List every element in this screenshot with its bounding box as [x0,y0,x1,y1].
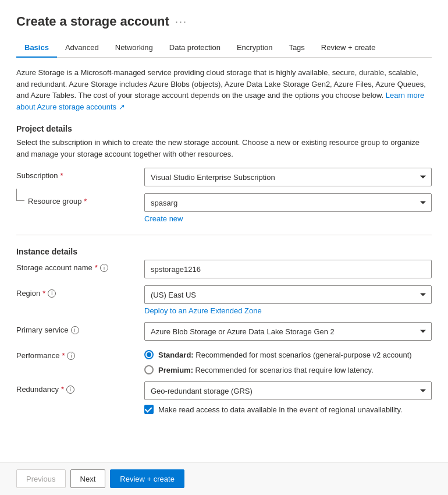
tab-tags[interactable]: Tags [280,38,312,58]
resource-group-select[interactable]: spasarg [144,193,432,212]
primary-service-select[interactable]: Azure Blob Storage or Azure Data Lake St… [144,322,432,341]
subscription-label: Subscription * [16,168,144,180]
performance-premium-label: Premium: Recommended for scenarios that … [158,366,374,374]
region-required: * [42,289,45,298]
region-label: Region * i [16,285,144,298]
storage-account-name-row: Storage account name * i [16,260,432,278]
redundancy-info-icon[interactable]: i [66,386,74,394]
primary-service-row: Primary service i Azure Blob Storage or … [16,322,432,341]
region-control: (US) East US Deploy to an Azure Extended… [144,285,432,315]
storage-account-name-label: Storage account name * i [16,260,144,272]
subscription-required: * [61,171,63,180]
instance-details-title: Instance details [16,247,432,256]
deploy-extended-zone-link[interactable]: Deploy to an Azure Extended Zone [144,306,262,315]
subscription-control: Visual Studio Enterprise Subscription [144,168,432,186]
bottom-bar: Previous Next Review + create [0,462,448,495]
primary-service-control: Azure Blob Storage or Azure Data Lake St… [144,322,432,341]
previous-button[interactable]: Previous [16,469,66,488]
redundancy-checkbox-row: Make read access to data available in th… [144,405,432,414]
subscription-row: Subscription * Visual Studio Enterprise … [16,168,432,186]
tab-networking[interactable]: Networking [107,38,161,58]
tab-advanced[interactable]: Advanced [57,38,107,58]
primary-service-label: Primary service i [16,322,144,334]
performance-control: Standard: Recommended for most scenarios… [144,348,432,374]
redundancy-checkbox[interactable] [144,405,154,414]
project-details-title: Project details [16,124,432,133]
next-button[interactable]: Next [70,469,106,488]
project-details-section: Project details Select the subscription … [16,124,432,223]
page-title: Create a storage account [16,14,169,29]
divider-1 [16,235,432,235]
page-title-dots: ··· [175,16,187,28]
performance-standard-radio[interactable] [144,350,154,359]
redundancy-row: Redundancy * i Geo-redundant storage (GR… [16,381,432,414]
redundancy-required: * [61,385,64,394]
performance-required: * [62,351,65,360]
tab-encryption[interactable]: Encryption [229,38,280,58]
primary-service-info-icon[interactable]: i [71,326,79,334]
performance-standard-option[interactable]: Standard: Recommended for most scenarios… [144,350,432,359]
performance-standard-label: Standard: Recommended for most scenarios… [158,351,412,359]
storage-account-name-input[interactable] [144,260,432,278]
storage-name-info-icon[interactable]: i [100,264,108,272]
resource-group-control: spasarg Create new [144,193,432,223]
resource-group-label-wrap: Resource group * [16,193,144,206]
review-create-button[interactable]: Review + create [110,469,184,488]
tab-basics[interactable]: Basics [16,38,57,58]
project-details-desc: Select the subscription in which to crea… [16,137,432,160]
redundancy-checkbox-label: Make read access to data available in th… [158,405,403,414]
region-info-icon[interactable]: i [48,289,56,298]
storage-account-name-control [144,260,432,278]
tab-data-protection[interactable]: Data protection [161,38,229,58]
performance-premium-option[interactable]: Premium: Recommended for scenarios that … [144,365,432,374]
region-select[interactable]: (US) East US [144,285,432,304]
region-row: Region * i (US) East US Deploy to an Azu… [16,285,432,315]
performance-premium-radio[interactable] [144,365,154,374]
subscription-select[interactable]: Visual Studio Enterprise Subscription [144,168,432,186]
create-new-link[interactable]: Create new [144,214,183,223]
resource-group-row: Resource group * spasarg Create new [16,193,432,223]
resource-group-required: * [84,197,87,206]
redundancy-label: Redundancy * i [16,381,144,394]
storage-name-required: * [95,263,98,272]
performance-row: Performance * i Standard: Recommended fo… [16,348,432,374]
performance-label: Performance * i [16,348,144,360]
tab-review-create[interactable]: Review + create [313,38,384,58]
performance-radio-group: Standard: Recommended for most scenarios… [144,348,432,374]
performance-info-icon[interactable]: i [67,352,75,360]
instance-details-section: Instance details Storage account name * … [16,247,432,414]
page-description: Azure Storage is a Microsoft-managed ser… [16,67,432,112]
redundancy-control: Geo-redundant storage (GRS) Make read ac… [144,381,432,414]
redundancy-select[interactable]: Geo-redundant storage (GRS) [144,381,432,400]
tab-nav: Basics Advanced Networking Data protecti… [16,38,432,58]
